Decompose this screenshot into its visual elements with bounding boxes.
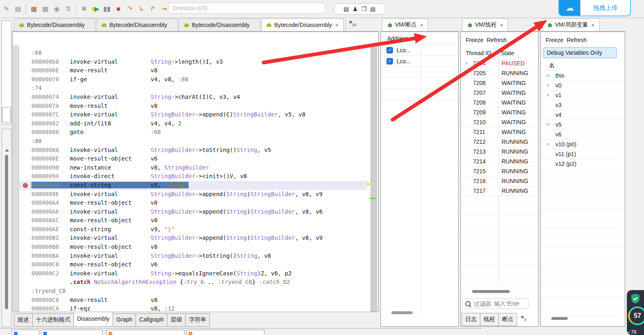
code-line[interactable]: 00000082add-int/lit8v4, v4, 2 <box>19 119 370 128</box>
tab-vm-threads[interactable]: VM/线程 × <box>462 18 508 31</box>
editor-tab-bytecode-disassembly[interactable]: Bytecode/Disassembly <box>96 18 178 31</box>
refresh-link[interactable]: Refresh <box>567 37 587 43</box>
code-line[interactable]: 00000086goto:68 <box>19 128 370 137</box>
apk-grid-icon[interactable]: ▦ <box>29 4 39 14</box>
thread-id-column-header[interactable]: Thread ID <box>466 50 491 56</box>
code-line[interactable]: :tryend_C8 <box>19 287 370 296</box>
drag-upload-widget[interactable]: ☁ 拖拽上传 <box>558 0 631 16</box>
code-line[interactable]: 0000007Cinvoke-virtualStringBuilder->app… <box>19 110 370 119</box>
thread-row[interactable]: 7210WAITING <box>462 118 537 127</box>
editor-scrollbar-thumb[interactable] <box>371 47 377 312</box>
step-out-icon[interactable]: ↱ <box>147 4 158 14</box>
editor-tab-bytecode-disassembly[interactable]: Bytecode/Disassembly <box>14 18 95 31</box>
step-into-icon[interactable]: ↳ <box>136 4 147 14</box>
upload-label[interactable]: 拖拽上传 <box>580 0 630 16</box>
thread-row[interactable]: 7206WAITING <box>462 78 537 88</box>
code-line[interactable]: 00000088invoke-virtualStringBuilder->toS… <box>19 146 370 155</box>
code-line[interactable]: 000000B8move-result-objectv8 <box>19 243 370 252</box>
local-variable-row[interactable]: v6 <box>542 130 624 140</box>
code-line[interactable]: 000000AEconst-stringv9, "}" <box>19 225 370 234</box>
expander-icon[interactable]: > <box>546 91 549 100</box>
scroll-up-arrow[interactable] <box>5 149 9 152</box>
view-tab-disassembly[interactable]: Disassembly <box>73 312 113 327</box>
security-float-widget[interactable]: 57 78 <box>627 290 644 335</box>
thread-row[interactable]: 7205RUNNING <box>462 69 537 78</box>
step-over-icon[interactable]: ↷ <box>124 4 135 14</box>
thread-row[interactable]: 7207WAITING <box>462 88 537 98</box>
freeze-link[interactable]: Freeze <box>546 37 564 43</box>
thread-row[interactable]: 7217RUNNING <box>462 186 537 196</box>
code-line[interactable]: 00000090new-instancev8, StringBuilder <box>19 163 370 172</box>
thread-row[interactable]: >7204PAUSED <box>462 59 537 69</box>
code-line[interactable]: 000000A6invoke-virtualStringBuilder->app… <box>19 208 370 217</box>
code-line[interactable]: :74 <box>19 84 370 93</box>
code-line[interactable]: 00000074invoke-virtualString->charAt(I)C… <box>19 93 370 102</box>
expander-icon[interactable]: > <box>546 140 549 149</box>
local-variable-row[interactable]: >v10 (p0) <box>542 140 624 150</box>
close-icon[interactable]: × <box>591 22 595 28</box>
editor-scrollbar[interactable] <box>370 45 378 326</box>
view-tab-graph[interactable]: Graph <box>113 313 136 327</box>
close-icon[interactable]: × <box>500 22 503 28</box>
omnibox-search-input[interactable] <box>168 3 326 13</box>
thread-row[interactable]: 7216RUNNING <box>462 176 537 186</box>
thread-row[interactable]: 7212RUNNING <box>462 137 537 147</box>
thread-row[interactable]: 7213RUNNING <box>462 147 537 157</box>
tab-overflow-chevron[interactable]: »23 <box>345 18 359 31</box>
disassembly-view[interactable]: :6800000068invoke-virtualString->length(… <box>19 45 370 326</box>
code-line[interactable]: 0000009Aconst-stringv9, "flag{" <box>19 181 366 190</box>
refresh-link[interactable]: Refresh <box>487 37 507 43</box>
threads-hscroll-thumb[interactable] <box>472 290 510 293</box>
code-line[interactable]: 000000C0move-result-objectv6 <box>19 260 370 269</box>
expander-icon[interactable]: > <box>546 81 549 90</box>
editor-tab-bytecode-disassembly[interactable]: Bytecode/Disassembly× <box>261 18 344 31</box>
code-line[interactable]: 000000A4move-result-objectv8 <box>19 199 370 208</box>
debug-bug-icon[interactable]: ✱ <box>79 4 89 14</box>
breakpoint-row[interactable]: ✓Lco... <box>382 56 457 67</box>
thread-row[interactable]: 7211WAITING <box>462 127 537 137</box>
local-variable-row[interactable]: v4 <box>542 110 624 120</box>
local-variable-row[interactable]: v12 (p2) <box>542 159 624 169</box>
close-icon[interactable]: × <box>335 22 339 28</box>
code-line[interactable]: :88 <box>19 137 370 146</box>
debug-variables-only-button[interactable]: Debug Variables Only <box>543 47 617 58</box>
wall-icon[interactable]: ▤ <box>344 6 349 12</box>
filter-input[interactable] <box>473 300 526 307</box>
local-variable-row[interactable]: v11 (p1) <box>542 150 624 159</box>
blocks-icon[interactable]: ▩ <box>40 4 51 14</box>
expander-icon[interactable]: > <box>465 59 468 68</box>
view-tab-层级[interactable]: 层级 <box>167 313 186 327</box>
thread-row[interactable]: 7208WAITING <box>462 98 537 108</box>
wall-icon-2[interactable]: ▤ <box>370 6 375 12</box>
editor-tab-bytecode-disassembly[interactable]: Bytecode/Disassembly <box>179 18 260 31</box>
annotation-ruler[interactable] <box>13 45 19 326</box>
threads-subtab-线程[interactable]: 线程 <box>480 313 499 326</box>
breakpoints-hscroll-thumb[interactable] <box>391 311 413 314</box>
view-tab-callgraph[interactable]: Callgraph <box>135 313 167 327</box>
resume-icon[interactable]: ▮▶ <box>90 4 101 14</box>
breakpoints-column-header[interactable]: Address <box>387 35 408 42</box>
close-icon[interactable]: × <box>420 22 423 28</box>
code-line[interactable]: 000000C2invoke-virtualString->equalsIgno… <box>19 269 370 278</box>
expander-icon[interactable]: > <box>546 120 549 130</box>
code-line[interactable]: 00000068invoke-virtualString->length()I,… <box>19 58 370 67</box>
thread-row[interactable]: 7214RUNNING <box>462 157 537 167</box>
code-line[interactable]: 000000C8move-resultv8 <box>19 296 370 305</box>
code-line[interactable]: :68 <box>19 49 370 58</box>
code-line[interactable]: 0000007Amove-resultv8 <box>19 102 370 111</box>
tab-vm-locals[interactable]: VM/局部变量 × <box>542 18 600 31</box>
view-tab-字符串[interactable]: 字符串 <box>185 313 210 327</box>
breakpoint-row[interactable]: ✓Lco... <box>382 45 457 56</box>
doc-export-icon[interactable]: ▤ <box>13 4 23 14</box>
pause-icon[interactable]: ▮▮ <box>102 4 112 14</box>
cube-icon[interactable]: ❒ <box>362 6 367 12</box>
code-line[interactable]: .catch NoSuchAlgorithmException {:try_6 … <box>19 278 370 287</box>
code-line[interactable]: 0000008Emove-result-objectv6 <box>19 154 370 163</box>
code-line[interactable]: 00000094invoke-directStringBuilder-><ini… <box>19 172 370 181</box>
code-line[interactable]: 000000ACmove-result-objectv8 <box>19 216 370 225</box>
figure-icon[interactable]: ♟ <box>353 6 358 12</box>
instances-icon[interactable]: ◉ <box>51 4 62 14</box>
checkbox-checked-icon[interactable]: ✓ <box>386 47 393 54</box>
thread-row[interactable]: 7215RUNNING <box>462 167 537 176</box>
threads-subtab-断点[interactable]: 断点 <box>498 313 517 326</box>
